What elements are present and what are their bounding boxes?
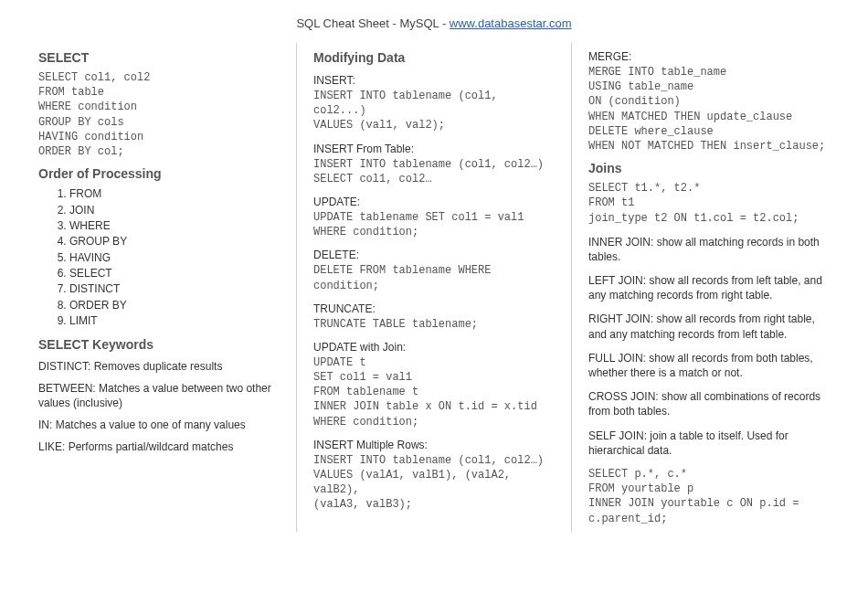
insert-heading: INSERT: — [313, 74, 555, 87]
order-of-processing-list: FROM JOIN WHERE GROUP BY HAVING SELECT D… — [69, 186, 280, 330]
join-desc: FULL JOIN: show all records from both ta… — [588, 351, 830, 380]
order-of-processing-heading: Order of Processing — [38, 166, 280, 181]
truncate-code: TRUNCATE TABLE tablename; — [313, 317, 555, 332]
list-item: DISTINCT — [69, 281, 280, 297]
select-keywords-heading: SELECT Keywords — [38, 337, 280, 352]
list-item: HAVING — [69, 250, 280, 266]
list-item: FROM — [69, 186, 280, 202]
self-join-code: SELECT p.*, c.* FROM yourtable p INNER J… — [588, 467, 830, 526]
merge-heading: MERGE: — [588, 50, 830, 63]
join-desc: RIGHT JOIN: show all records from right … — [588, 312, 830, 341]
list-item: GROUP BY — [69, 234, 280, 249]
truncate-heading: TRUNCATE: — [313, 302, 555, 315]
list-item: LIMIT — [69, 313, 280, 329]
join-desc: INNER JOIN: show all matching records in… — [588, 235, 830, 264]
keyword-row: BETWEEN: Matches a value between two oth… — [38, 381, 280, 410]
title-link[interactable]: www.databasestar.com — [450, 16, 572, 30]
self-join-desc: SELF JOIN: join a table to itself. Used … — [588, 429, 830, 458]
insert-code: INSERT INTO tablename (col1, col2...) VA… — [313, 89, 555, 133]
list-item: WHERE — [69, 218, 280, 234]
modifying-data-heading: Modifying Data — [313, 50, 555, 65]
list-item: SELECT — [69, 266, 280, 281]
select-code: SELECT col1, col2 FROM table WHERE condi… — [38, 70, 280, 159]
joins-code: SELECT t1.*, t2.* FROM t1 join_type t2 O… — [588, 181, 830, 226]
update-join-code: UPDATE t SET col1 = val1 FROM tablename … — [313, 355, 555, 429]
list-item: JOIN — [69, 203, 280, 218]
insert-from-table-code: INSERT INTO tablename (col1, col2…) SELE… — [313, 157, 555, 186]
merge-code: MERGE INTO table_name USING table_name O… — [588, 65, 830, 154]
page-title: SQL Cheat Sheet - MySQL - www.databasest… — [0, 0, 868, 43]
list-item: ORDER BY — [69, 298, 280, 313]
title-text: SQL Cheat Sheet - MySQL - — [296, 16, 449, 30]
delete-heading: DELETE: — [313, 249, 555, 261]
keyword-row: DISTINCT: Removes duplicate results — [38, 359, 280, 374]
insert-multi-code: INSERT INTO tablename (col1, col2…) VALU… — [313, 453, 555, 513]
join-desc: LEFT JOIN: show all records from left ta… — [588, 273, 830, 302]
update-code: UPDATE tablename SET col1 = val1 WHERE c… — [313, 210, 555, 239]
update-join-heading: UPDATE with Join: — [313, 341, 555, 354]
update-heading: UPDATE: — [313, 196, 555, 208]
join-desc: CROSS JOIN: show all combinations of rec… — [588, 389, 830, 418]
insert-multi-heading: INSERT Multiple Rows: — [313, 439, 555, 451]
keyword-row: IN: Matches a value to one of many value… — [38, 418, 280, 432]
keyword-row: LIKE: Performs partial/wildcard matches — [38, 439, 280, 454]
column-2: Modifying Data INSERT: INSERT INTO table… — [296, 43, 571, 532]
delete-code: DELETE FROM tablename WHERE condition; — [313, 263, 555, 292]
column-1: SELECT SELECT col1, col2 FROM table WHER… — [22, 43, 296, 532]
select-heading: SELECT — [38, 50, 280, 65]
joins-heading: Joins — [588, 161, 830, 175]
columns-container: SELECT SELECT col1, col2 FROM table WHER… — [0, 43, 868, 532]
insert-from-table-heading: INSERT From Table: — [313, 143, 555, 155]
column-3: MERGE: MERGE INTO table_name USING table… — [571, 43, 846, 532]
